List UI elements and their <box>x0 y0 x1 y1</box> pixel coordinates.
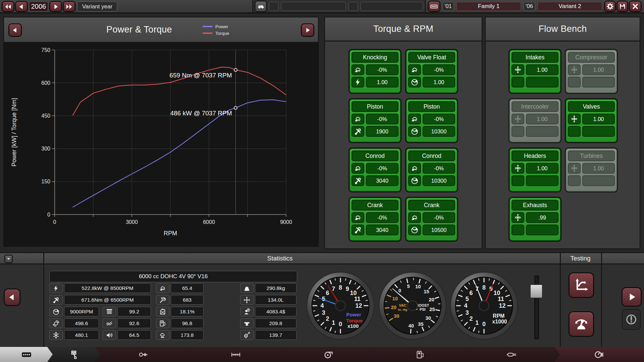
svg-text:Power [kW] / Torque [Nm]: Power [kW] / Torque [Nm] <box>11 98 17 167</box>
piston-icon <box>69 350 79 360</box>
box-title: Crank <box>352 200 398 210</box>
box-value: -0% <box>423 114 455 124</box>
engine-warning-button[interactable] <box>622 309 641 330</box>
chart-prev-button[interactable] <box>9 24 21 37</box>
svg-text:2: 2 <box>326 315 329 322</box>
status-box-valves[interactable]: Valves 1.00 <box>566 99 617 142</box>
svg-text:9000: 9000 <box>280 219 292 225</box>
box-title: Valve Float <box>408 52 455 63</box>
year-rewind-button[interactable] <box>2 1 14 12</box>
box-value: -0% <box>366 114 398 124</box>
close-button[interactable] <box>629 1 641 12</box>
variant-year-label: Variant year <box>77 1 117 12</box>
tools-icon <box>352 126 364 137</box>
svg-text:40: 40 <box>409 323 414 328</box>
status-box-conrod[interactable]: Conrod -0% 10300 <box>406 148 458 192</box>
year-prev-button[interactable] <box>15 1 28 12</box>
box-value: 1.00 <box>423 77 455 87</box>
tools-icon <box>352 175 364 186</box>
smoothness-icon <box>103 318 116 328</box>
status-box-piston[interactable]: Piston -0% 10300 <box>406 99 458 142</box>
stat-value: 92.6 <box>117 318 151 328</box>
car-model-button[interactable] <box>255 1 267 12</box>
status-box-valve-float[interactable]: Valve Float -0% 1.00 <box>406 50 458 93</box>
svg-text:x1000: x1000 <box>492 319 507 324</box>
tab-testing[interactable] <box>554 347 644 362</box>
status-box-conrod[interactable]: Conrod -0% 3040 <box>349 148 401 192</box>
box-title: Intercooler <box>512 101 558 112</box>
settings-button[interactable] <box>604 1 615 12</box>
tab-capacity[interactable] <box>187 347 285 362</box>
gauge-icon <box>408 175 421 186</box>
status-box-crank[interactable]: Crank -0% 10500 <box>406 197 458 241</box>
box-value <box>582 175 615 186</box>
throttle-slider-handle[interactable] <box>530 284 543 298</box>
box-title: Exhausts <box>512 200 558 210</box>
svg-text:20: 20 <box>391 305 396 310</box>
engine-manager-button[interactable] <box>428 1 440 12</box>
emissions-icon <box>156 330 169 340</box>
snowflake-icon <box>49 330 63 340</box>
bottom-tab-bar <box>0 347 644 362</box>
stat-value: 671.6Nm @ 6500RPM <box>64 295 151 305</box>
chart-next-button[interactable] <box>301 24 314 37</box>
year-forward-button[interactable] <box>63 1 75 12</box>
status-box-knocking[interactable]: Knocking -0% 1.00 <box>349 50 401 93</box>
box-title: Piston <box>352 101 398 112</box>
status-box-crank[interactable]: Crank -0% 3040 <box>349 197 401 241</box>
octane-icon: 91 <box>156 318 169 328</box>
box-value <box>526 126 558 137</box>
tab-exhaust[interactable] <box>463 347 560 362</box>
gauge-icon <box>408 225 421 235</box>
labor-cost-icon: $ <box>240 307 254 316</box>
empty-slot <box>281 2 346 11</box>
box-value: 1.00 <box>366 77 398 87</box>
svg-text:0: 0 <box>53 219 56 225</box>
box-value: 1.00 <box>582 163 615 174</box>
box-value: -0% <box>366 64 398 75</box>
svg-text:4: 4 <box>321 302 324 309</box>
svg-text:RPM: RPM <box>493 313 504 319</box>
stat-value: 290.8kg <box>255 283 297 293</box>
svg-text:11: 11 <box>354 296 361 302</box>
stat-value: 99.2 <box>117 307 151 316</box>
svg-text:659 Nm @ 7037 RPM: 659 Nm @ 7037 RPM <box>169 72 232 79</box>
year-next-button[interactable] <box>50 1 62 12</box>
tab-fuel-system[interactable] <box>372 347 469 362</box>
stat-value: 96.8 <box>171 318 204 328</box>
throttle-test-button[interactable] <box>569 312 594 337</box>
boost-gauge: 0510152025303540102030VACIn. HgBOOSTPSI <box>378 271 447 341</box>
status-box-intakes[interactable]: Intakes 1.00 <box>509 50 561 93</box>
power-torque-panel: Power & Torque Power Torque 0 150 300 45… <box>3 17 319 247</box>
tab-aspiration[interactable] <box>279 347 377 362</box>
stat-value: 683 <box>171 295 204 305</box>
variant-name-display[interactable]: Variant 2 <box>537 2 602 11</box>
box-title: Intakes <box>512 52 558 63</box>
gauge-icon <box>49 307 63 316</box>
svg-text:10: 10 <box>392 296 398 301</box>
status-box-turbines[interactable]: Turbines 1.00 <box>566 148 617 192</box>
family-name-display[interactable]: Family 1 <box>456 2 521 11</box>
results-next-button[interactable] <box>622 288 641 306</box>
status-box-compressor[interactable]: Compressor 1.00 <box>566 50 617 93</box>
knock-icon <box>156 283 169 293</box>
status-box-headers[interactable]: Headers 1.00 <box>509 148 561 192</box>
status-box-exhausts[interactable]: Exhausts .99 <box>509 197 561 241</box>
tab-bottom-end[interactable] <box>47 347 100 362</box>
run-dyno-test-button[interactable] <box>569 273 594 298</box>
box-value: -0% <box>423 64 455 75</box>
torque-rpm-boxes: Knocking -0% 1.00Valve Float -0% 1.00Pis… <box>325 17 482 248</box>
fuel-pump-icon <box>415 350 425 360</box>
box-value: 1900 <box>366 126 398 137</box>
save-button[interactable] <box>617 1 628 12</box>
box-title: Conrod <box>408 150 455 161</box>
tab-engine-family[interactable] <box>0 347 53 362</box>
status-box-intercooler[interactable]: Intercooler 1.00 <box>509 99 561 142</box>
svg-text:30: 30 <box>394 313 399 319</box>
tab-top-end[interactable] <box>95 347 192 362</box>
stat-value: 139.7 <box>255 330 297 340</box>
airflow-icon <box>512 64 524 75</box>
status-box-piston[interactable]: Piston -0% 1900 <box>349 99 401 142</box>
family-year-badge: '01 <box>442 2 454 11</box>
empty-icon-slot <box>568 126 581 137</box>
